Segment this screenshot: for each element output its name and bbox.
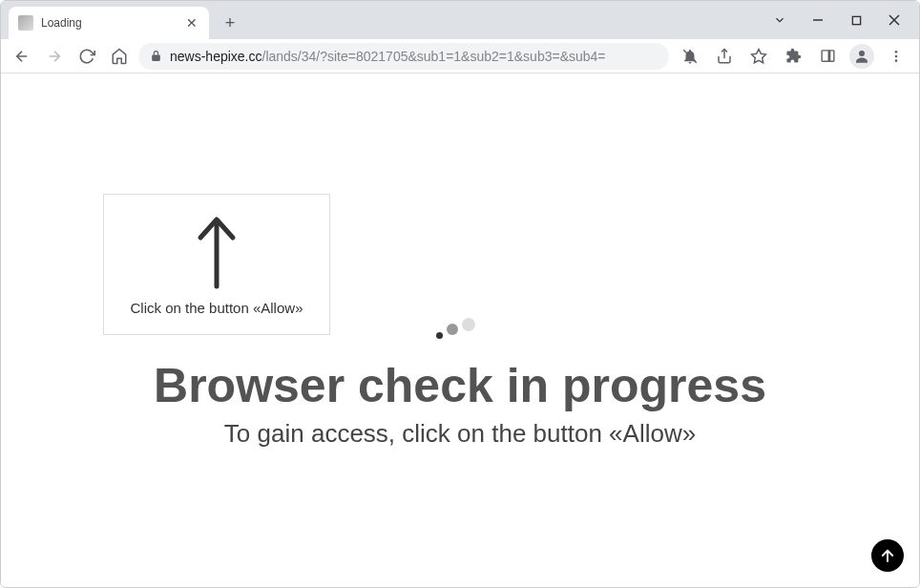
maximize-button[interactable]	[837, 1, 875, 39]
callout-text: Click on the button «Allow»	[131, 300, 303, 316]
browser-toolbar: news-hepixe.cc/lands/34/?site=8021705&su…	[1, 39, 919, 74]
reload-button[interactable]	[73, 43, 100, 70]
svg-point-11	[859, 51, 865, 56]
page-subtitle: To gain access, click on the button «All…	[224, 419, 696, 449]
toolbar-icons	[675, 43, 911, 70]
url-text: news-hepixe.cc/lands/34/?site=8021705&su…	[170, 49, 606, 64]
window-close-button[interactable]	[875, 1, 913, 39]
menu-button[interactable]	[881, 43, 911, 70]
arrow-up-icon	[193, 214, 240, 290]
minimize-button[interactable]	[799, 1, 837, 39]
back-button[interactable]	[9, 43, 35, 70]
page-title: Browser check in progress	[154, 358, 766, 413]
active-tab[interactable]: Loading ✕	[9, 7, 209, 39]
close-icon[interactable]: ✕	[184, 14, 199, 32]
forward-button[interactable]	[41, 43, 68, 70]
lock-icon	[150, 50, 162, 62]
avatar-icon	[849, 44, 874, 69]
page-content: Click on the button «Allow» Browser chec…	[1, 74, 919, 587]
loading-dot-icon	[462, 318, 475, 331]
profile-button[interactable]	[847, 43, 877, 70]
window-controls	[761, 1, 919, 39]
svg-rect-1	[852, 16, 860, 24]
tab-title: Loading	[41, 16, 177, 30]
svg-point-13	[895, 54, 898, 57]
svg-point-12	[895, 51, 898, 53]
share-icon[interactable]	[709, 43, 740, 70]
notifications-muted-icon[interactable]	[675, 43, 705, 70]
chevron-down-icon[interactable]	[761, 1, 799, 39]
favicon-icon	[18, 15, 33, 31]
home-button[interactable]	[106, 43, 133, 70]
loading-dot-icon	[447, 324, 458, 335]
new-tab-button[interactable]: +	[217, 10, 243, 36]
tab-strip: Loading ✕ +	[1, 1, 919, 39]
extensions-icon[interactable]	[778, 43, 808, 70]
address-bar[interactable]: news-hepixe.cc/lands/34/?site=8021705&su…	[138, 43, 669, 70]
loading-dot-icon	[436, 332, 443, 339]
allow-callout-box: Click on the button «Allow»	[103, 194, 330, 335]
svg-point-14	[895, 59, 898, 62]
svg-marker-8	[752, 49, 766, 62]
scroll-top-button[interactable]	[871, 539, 904, 572]
loading-indicator	[436, 318, 475, 339]
bookmark-star-icon[interactable]	[743, 43, 774, 70]
side-panel-icon[interactable]	[812, 43, 843, 70]
